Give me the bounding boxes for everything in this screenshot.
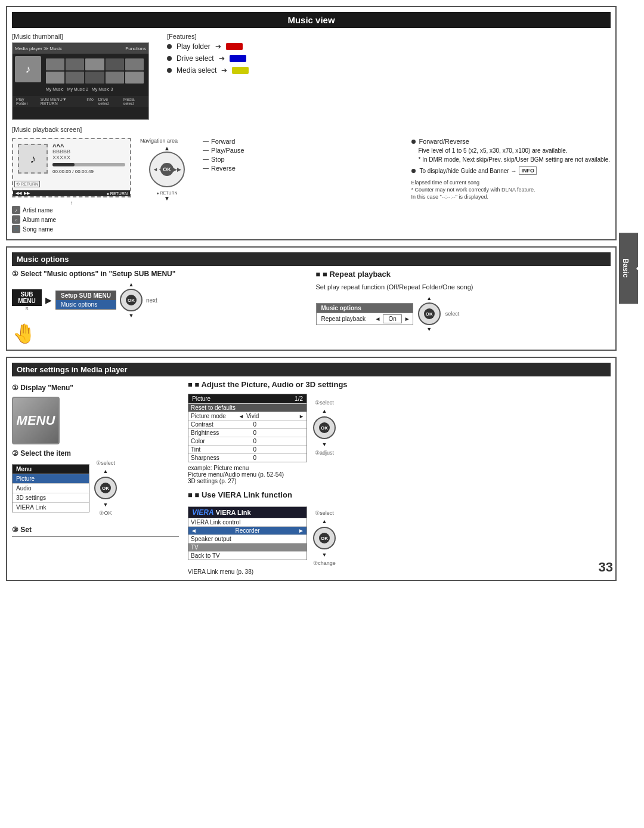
ok-nav-circle[interactable]: OK [120,289,143,311]
sub-menu-sublabel: S [25,306,28,311]
menu-ok-btn[interactable]: OK [100,483,111,493]
thumb-top-text: Media player ≫ Music [15,46,62,51]
red-button[interactable] [226,43,243,50]
viera-title: ■ ■ Use VIERA Link function [188,490,611,499]
guide-banner-note: To display/hide Guide and Banner → INFO [411,166,611,175]
yellow-button[interactable] [232,67,249,74]
adjust-2-label: ②adjust [315,450,334,456]
picture-row-contrast: Contrast 0 [188,420,306,428]
mode-value: Vivid [244,413,299,419]
picture-row-brightness: Brightness 0 [188,428,306,437]
menu-select-nav[interactable]: OK [94,477,117,499]
elapsed-label: Elapsed time of current song [411,180,611,186]
adjust-title-text: ■ Adjust the Picture, Audio or 3D settin… [194,380,347,389]
display-menu-area: ① Display "Menu" MENU ② Select the item … [12,380,179,575]
menu-item-audio-label: Audio [16,485,32,492]
adjust-ok-btn[interactable]: OK [319,422,330,433]
menu-item-3d-settings[interactable]: 3D settings [13,493,89,502]
song-label: Song name [23,226,53,233]
info-bullet-1: Forward/Reverse [411,138,611,145]
play-folder-label: Play folder [177,42,210,51]
elapsed-time-area: Elapsed time of current song * Counter m… [411,180,611,200]
sub-menu-label: SUBMENU [18,291,35,304]
viera-arrow-right[interactable]: ► [298,527,304,534]
feature-drive-select: Drive select ➔ [167,54,611,63]
other-settings-section: Other settings in Media player ① Display… [6,357,617,581]
repeat-table-row: Repeat playback ◄ On ► [317,313,413,325]
3d-settings-ref: 3D settings (p. 27) [188,478,611,484]
reverse-label: — Reverse [203,165,402,172]
play-pause-text: Play/Pause [211,147,244,154]
mode-arrow-right[interactable]: ► [299,413,304,419]
ok-2-label: ②OK [99,510,112,516]
select-1-label: ①select [96,460,115,466]
mode-label: Picture mode [191,413,239,419]
elapsed-note: * Counter may not work correctly with DL… [411,187,611,193]
menu-item-picture[interactable]: Picture [13,474,89,483]
playback-screen-label: [Music playback screen] [12,126,611,133]
features-area: [Features] Play folder ➔ Drive select ➔ [167,33,611,120]
thumb-folder1: My Music [46,87,64,91]
display-menu-title: ① Display "Menu" [12,384,179,392]
arrow-right-icon: ➔ [219,54,225,63]
menu-item-viera-link[interactable]: VIERA Link [13,502,89,512]
adjust-title: ■ ■ Adjust the Picture, Audio or 3D sett… [188,380,611,389]
repeat-right-arrow[interactable]: ► [404,316,410,322]
thumbnail-mock: Media player ≫ Music Functions ♪ [12,42,149,120]
repeat-icon: ■ [316,270,323,279]
viera-icon: ■ [188,490,194,499]
ok-inner-btn[interactable]: OK [126,295,137,305]
song-icon: 🎵 [12,225,20,233]
contrast-num: 0 [239,421,256,428]
picture-row-mode: Picture mode ◄ Vivid ► [188,412,306,420]
viera-control-label: VIERA Link control [191,519,240,526]
repeat-cell-value: On [383,314,401,323]
menu-list-header: Menu [13,465,89,474]
screen-xxxxx: XXXXX [52,155,125,160]
side-tab-basic: Basic [621,259,630,278]
tint-num: 0 [239,446,256,453]
color-label: Color [191,438,239,444]
music-view-title: Music view [287,15,335,25]
screen-time: 00:00:05 / 00:00:49 [52,169,125,174]
setup-submenu-area: ① Select "Music options" in "Setup SUB M… [12,270,307,345]
repeat-title-text: ■ Repeat playback [323,270,391,279]
screen-aaa: AAA [52,143,125,149]
select-1v-label: ①select [315,510,334,516]
repeat-select-label: select [445,311,460,317]
sub-menu-box: SUBMENU [12,289,42,306]
setup-popup: Setup SUB MENU Music options [55,291,116,310]
blue-button[interactable] [230,55,246,62]
mode-arrow-left[interactable]: ◄ [239,413,244,419]
repeat-nav-circle[interactable]: OK [418,302,441,325]
info-text-2: Five level of 1 to 5 (x2, x5, x30, x70, … [419,147,568,154]
menu-list-box: Menu Picture Audio 3D settings VIERA Lin… [12,464,89,512]
repeat-ok-btn[interactable]: OK [424,308,435,319]
menu-graphic: MENU [12,397,60,444]
repeat-left-arrow[interactable]: ◄ [375,316,381,322]
repeat-table-header: Music options [317,304,413,313]
viera-link-menu-ref: VIERA Link menu (p. 38) [188,569,611,575]
menu-item-viera-label: VIERA Link [16,504,47,511]
picture-row-tint: Tint 0 [188,445,306,453]
viera-tv-label: TV [191,544,199,551]
viera-arrow-left[interactable]: ◄ [191,527,197,534]
music-options-item[interactable]: Music options [56,300,116,309]
change-2v-label: ②change [313,560,336,566]
hand-icon: ✋ [12,322,36,345]
music-options-header: Music options [12,252,611,266]
other-settings-header: Other settings in Media player [12,363,611,376]
arrow-right-icon: ➔ [221,66,227,75]
thumbnail-label: [Music thumbnail] [12,33,155,40]
viera-row-control: VIERA Link control [188,518,306,526]
info-area: Forward/Reverse Five level of 1 to 5 (x2… [411,138,611,234]
menu-item-audio[interactable]: Audio [13,483,89,493]
viera-ok-btn[interactable]: OK [319,533,330,543]
nav-circle[interactable]: ◄◄ OK ▶▶ [149,152,185,187]
elapsed-note2: In this case "--:--:--" is displayed. [411,194,611,200]
viera-nav-circle[interactable]: OK [313,527,336,549]
viera-row-back: Back to TV [188,551,306,560]
adjust-nav-circle[interactable]: OK [313,416,336,439]
album-label: Album name [23,217,56,223]
side-tab-dot: ● [634,265,641,271]
